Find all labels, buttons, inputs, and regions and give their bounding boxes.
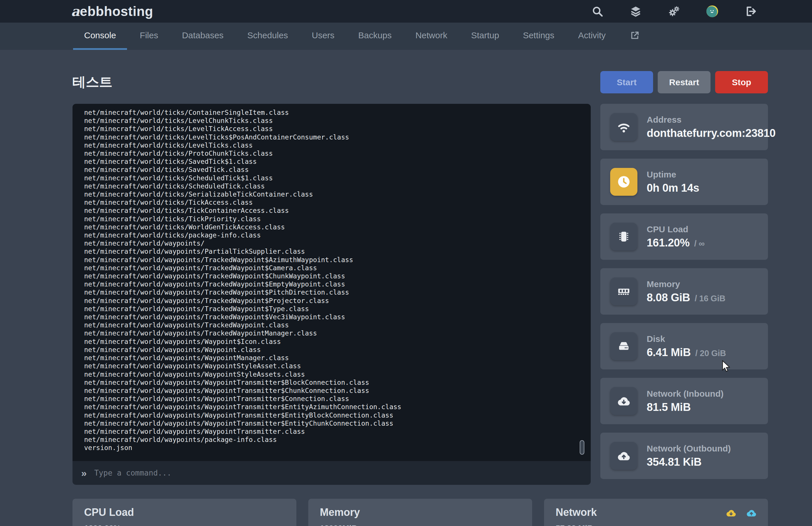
stat-card-address: Address donthatefurry.com:23810	[600, 104, 768, 150]
chart-toggle-cloud-up-icon[interactable]	[745, 507, 757, 519]
tab-backups[interactable]: Backups	[347, 23, 403, 50]
tab-settings[interactable]: Settings	[512, 23, 565, 50]
stat-value: 0h 0m 14s	[647, 182, 699, 194]
memory-icon	[610, 278, 637, 305]
stat-card-disk: Disk 6.41 MiB / 20 GiB	[600, 323, 768, 369]
cloud-up-icon	[610, 442, 637, 470]
console-output-text: net/minecraft/world/ticks/ContainerSingl…	[84, 108, 579, 452]
stat-limit: / 20 GiB	[693, 349, 726, 358]
tab-databases[interactable]: Databases	[171, 23, 234, 50]
header-icons	[591, 0, 757, 23]
stat-label: Network (Outbound)	[647, 444, 731, 453]
stat-label: Network (Inbound)	[647, 389, 724, 399]
gears-icon[interactable]	[668, 5, 680, 18]
power-actions: Start Restart Stop	[600, 71, 768, 93]
tab-users[interactable]: Users	[301, 23, 345, 50]
chart-axis-label: 18000MiB	[320, 524, 521, 526]
chart-card-network: Network 57.33 MiB	[544, 499, 768, 526]
stat-value: 8.08 GiB / 16 GiB	[647, 291, 725, 304]
console-panel: net/minecraft/world/ticks/ContainerSingl…	[72, 104, 591, 485]
console-command-bar: »	[72, 461, 591, 485]
wifi-icon	[610, 113, 637, 141]
stat-card-memory: Memory 8.08 GiB / 16 GiB	[600, 268, 768, 315]
history-charts-row: CPU Load 1200.00% Memory 18000MiB Networ…	[72, 499, 768, 526]
tab-startup[interactable]: Startup	[460, 23, 510, 50]
sign-out-icon[interactable]	[744, 5, 757, 18]
logo-rest: ebbhosting	[80, 4, 153, 19]
stat-value: 81.5 MiB	[647, 401, 724, 413]
layers-icon[interactable]	[629, 5, 642, 18]
stat-value: donthatefurry.com:23810	[647, 127, 768, 140]
command-prompt-icon: »	[81, 468, 87, 478]
chart-title: Memory	[320, 506, 521, 518]
stat-card-cpu-load: CPU Load 161.20% / ∞	[600, 214, 768, 260]
tab-activity[interactable]: Activity	[567, 23, 617, 50]
tab-files[interactable]: Files	[129, 23, 169, 50]
command-input[interactable]	[94, 469, 582, 477]
cloud-down-icon	[610, 387, 637, 415]
chart-card-cpu-load: CPU Load 1200.00%	[72, 499, 296, 526]
tab-schedules[interactable]: Schedules	[236, 23, 299, 50]
stat-card-uptime: Uptime 0h 0m 14s	[600, 159, 768, 205]
chart-axis-label: 1200.00%	[84, 524, 285, 526]
stat-label: Address	[647, 115, 768, 125]
stat-value: 161.20% / ∞	[647, 237, 705, 249]
top-header-bar: aebbhosting	[0, 0, 812, 23]
server-name-title: 테스트	[72, 73, 113, 91]
mouse-cursor	[720, 359, 732, 374]
restart-button[interactable]: Restart	[658, 71, 710, 93]
stat-value: 354.81 KiB	[647, 456, 731, 468]
logo-prefix: a	[71, 3, 80, 19]
console-scrollbar-thumb[interactable]	[580, 440, 584, 455]
tab-console[interactable]: Console	[73, 23, 127, 50]
tab-network[interactable]: Network	[404, 23, 458, 50]
server-stats-column: Address donthatefurry.com:23810 Uptime 0…	[600, 104, 768, 479]
stat-card-network-inbound: Network (Inbound) 81.5 MiB	[600, 378, 768, 424]
stop-button[interactable]: Stop	[715, 71, 768, 93]
start-button[interactable]: Start	[600, 71, 653, 93]
stat-label: Memory	[647, 279, 725, 289]
stat-card-network-outbound: Network (Outbound) 354.81 KiB	[600, 433, 768, 479]
console-output: net/minecraft/world/ticks/ContainerSingl…	[72, 104, 591, 461]
chart-title: CPU Load	[84, 506, 285, 518]
stat-label: Disk	[647, 334, 726, 344]
disk-icon	[610, 332, 637, 360]
cpu-icon	[610, 223, 637, 250]
search-icon[interactable]	[591, 5, 604, 18]
stat-limit: / ∞	[692, 239, 705, 248]
chart-card-memory: Memory 18000MiB	[308, 499, 532, 526]
avatar[interactable]	[706, 5, 719, 18]
clock-icon	[610, 168, 637, 196]
stat-limit: / 16 GiB	[693, 294, 725, 303]
server-tab-bar: ConsoleFilesDatabasesSchedulesUsersBacku…	[0, 23, 812, 50]
chart-toggle-cloud-down-icon[interactable]	[725, 507, 737, 519]
external-link-icon[interactable]	[619, 23, 651, 50]
stat-label: CPU Load	[647, 224, 705, 234]
app-logo[interactable]: aebbhosting	[71, 3, 153, 19]
stat-value: 6.41 MiB / 20 GiB	[647, 346, 726, 359]
chart-axis-label: 57.33 MiB	[556, 524, 756, 526]
stat-label: Uptime	[647, 170, 699, 179]
